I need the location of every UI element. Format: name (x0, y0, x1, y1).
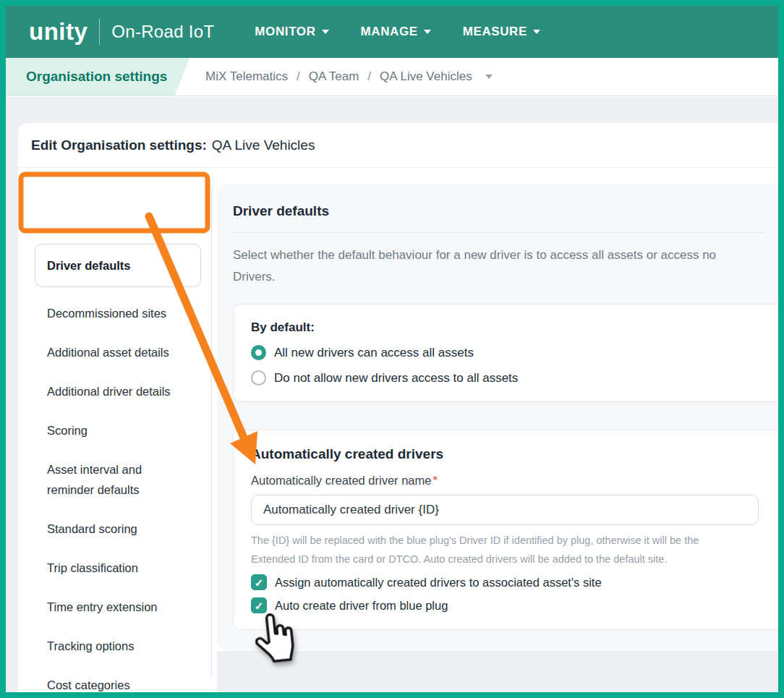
checkbox-label: Assign automatically created drivers to … (275, 576, 602, 590)
organisation-settings-tab[interactable]: Organisation settings (6, 58, 189, 95)
sidebar-item[interactable]: Asset interval and reminder defaults (47, 459, 181, 500)
checkbox-icon[interactable] (251, 597, 267, 613)
settings-card: Edit Organisation settings: QA Live Vehi… (18, 123, 778, 692)
sidebar-item[interactable]: Additional asset details (47, 342, 181, 362)
breadcrumb-bar: Organisation settings MiX Telematics / Q… (6, 58, 778, 96)
page-title-value: QA Live Vehicles (212, 137, 315, 153)
sidebar-item-label: Standard scoring (47, 522, 137, 535)
radio-icon[interactable] (251, 345, 266, 360)
sidebar-item[interactable]: Additional driver details (47, 381, 181, 401)
menu-item[interactable]: MONITOR (255, 25, 328, 39)
breadcrumb-item-company[interactable]: MiX Telematics (205, 69, 288, 84)
radio-group: All new drivers can access all assets Do… (251, 345, 761, 386)
panel-divider (233, 232, 764, 233)
chevron-down-icon[interactable] (485, 75, 493, 79)
breadcrumb-item-org[interactable]: QA Live Vehicles (380, 69, 472, 84)
breadcrumb-item-team[interactable]: QA Team (309, 69, 359, 84)
page-title-prefix: Edit Organisation settings: (31, 137, 207, 153)
menu-item-label: MONITOR (255, 25, 315, 39)
menu-item[interactable]: MANAGE (361, 25, 431, 39)
sidebar-item[interactable]: Standard scoring (47, 519, 181, 539)
radio-option[interactable]: Do not allow new drivers access to all a… (251, 370, 761, 386)
sidebar-divider (211, 187, 212, 676)
logo-product: On-Road IoT (111, 22, 214, 42)
chevron-down-icon (322, 30, 329, 34)
menu-item-label: MEASURE (463, 25, 527, 39)
driver-defaults-panel: Driver defaults Select whether the defau… (217, 184, 778, 651)
top-navbar: unity On-Road IoT MONITOR MANAGE MEASURE (6, 6, 778, 58)
menu-item-label: MANAGE (361, 25, 418, 39)
radio-option[interactable]: All new drivers can access all assets (251, 345, 761, 360)
radio-option-label: Do not allow new drivers access to all a… (274, 371, 518, 386)
screenshot-frame: unity On-Road IoT MONITOR MANAGE MEASURE (0, 0, 784, 698)
chevron-down-icon (424, 30, 431, 34)
main-menu: MONITOR MANAGE MEASURE (255, 25, 540, 39)
sidebar-item-label: Scoring (47, 424, 88, 437)
logo-divider (99, 19, 100, 45)
chevron-down-icon (533, 30, 540, 34)
checkbox-row[interactable]: Auto create driver from blue plug (251, 597, 761, 613)
driver-name-label-text: Automatically created driver name (251, 474, 431, 487)
checkbox-label: Auto create driver from blue plug (275, 599, 448, 613)
checkbox-row[interactable]: Assign automatically created drivers to … (251, 574, 761, 590)
sidebar-item-label: Tracking options (47, 639, 134, 652)
auto-created-drivers-card: Automatically created drivers Automatica… (233, 430, 778, 630)
required-asterisk: * (433, 474, 437, 487)
checkbox-icon[interactable] (251, 574, 267, 590)
sidebar-item-label: Asset interval and reminder defaults (47, 463, 142, 496)
panel-description: Select whether the default behaviour for… (233, 244, 725, 288)
driver-name-label: Automatically created driver name* (251, 474, 761, 488)
driver-name-help-text: The {ID} will be replaced with the blue … (251, 531, 734, 569)
sidebar-item[interactable]: Trip classification (47, 558, 181, 578)
sidebar-item-label: Decommissioned sites (47, 307, 166, 320)
sidebar-item-label: Trip classification (47, 561, 138, 574)
sidebar-item[interactable]: Time entry extension (47, 597, 181, 617)
panel-heading: Driver defaults (233, 203, 778, 219)
sidebar-item-label: Cost categories (47, 678, 130, 691)
checkbox-group: Assign automatically created drivers to … (251, 574, 761, 613)
sidebar-item-label: Time entry extension (47, 600, 158, 613)
organisation-settings-label: Organisation settings (26, 69, 167, 85)
radio-icon[interactable] (251, 370, 266, 386)
by-default-card: By default: All new drivers can access a… (233, 304, 778, 402)
breadcrumb-separator: / (297, 69, 300, 84)
breadcrumb-separator: / (367, 69, 371, 84)
breadcrumb: MiX Telematics / QA Team / QA Live Vehic… (205, 58, 493, 95)
sidebar-item[interactable]: Scoring (47, 420, 181, 440)
by-default-heading: By default: (251, 320, 761, 335)
sidebar-item-label: Additional driver details (47, 385, 171, 398)
logo-unity: unity (29, 18, 88, 46)
sidebar-item-label: Driver defaults (47, 259, 131, 272)
radio-option-label: All new drivers can access all assets (274, 346, 474, 360)
sidebar-item[interactable]: Cost categories (47, 675, 181, 695)
driver-name-input[interactable] (251, 495, 759, 525)
settings-sidebar: Driver defaults Decommissioned sites Add… (18, 184, 211, 692)
sidebar-item-label: Additional asset details (47, 346, 169, 359)
panel-lower-gap (217, 651, 778, 692)
sidebar-item[interactable]: Tracking options (47, 636, 181, 656)
brand-logo: unity On-Road IoT (29, 18, 214, 46)
page-title: Edit Organisation settings: QA Live Vehi… (18, 123, 778, 168)
sidebar-item[interactable]: Driver defaults (35, 244, 201, 287)
menu-item[interactable]: MEASURE (463, 25, 540, 39)
auto-created-heading: Automatically created drivers (251, 446, 761, 462)
sidebar-item[interactable]: Decommissioned sites (47, 303, 181, 323)
